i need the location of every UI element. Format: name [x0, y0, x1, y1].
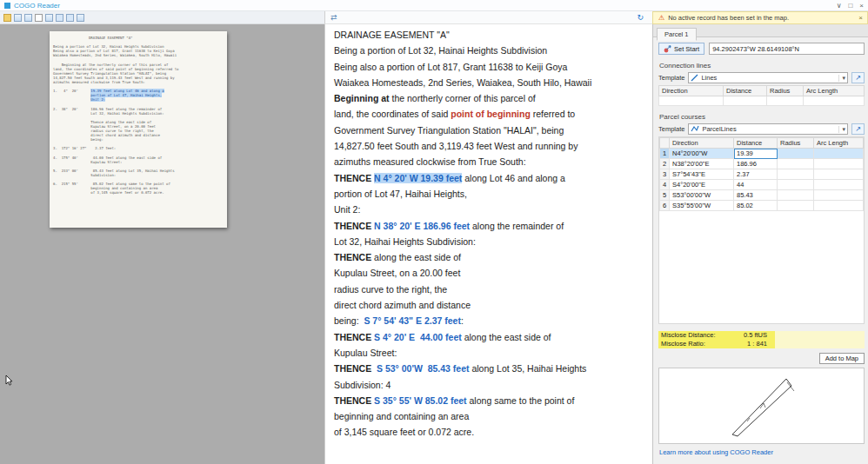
import-table-icon[interactable] [14, 14, 22, 22]
table-row[interactable]: 5S53°00'00"W85.43 [660, 190, 864, 201]
mail-icon[interactable] [35, 14, 43, 22]
table-cell[interactable] [814, 169, 864, 180]
table-cell[interactable]: N38°20'00"E [670, 159, 734, 169]
restore-icon[interactable]: □ [848, 2, 852, 10]
set-start-icon [664, 45, 671, 53]
connection-template-combo[interactable]: Lines ▾ [688, 72, 848, 83]
sync-icon[interactable]: ⇄ [331, 13, 337, 22]
table-cell[interactable]: 85.43 [734, 190, 778, 201]
chevron-down-icon[interactable]: ▾ [838, 75, 845, 82]
table-row[interactable]: 6S35°55'00"W85.02 [660, 201, 864, 211]
courses-template-combo[interactable]: ParcelLines ▾ [688, 123, 848, 135]
text-segment: azimuths measured clockwise from True So… [334, 156, 526, 167]
toolbar [0, 11, 324, 24]
table-row[interactable]: 3S7°54'43"E2.37 [660, 169, 864, 180]
collapse-icon[interactable]: ∨ [837, 2, 842, 10]
parcel-preview[interactable] [658, 368, 865, 444]
refresh-icon[interactable]: ↻ [637, 13, 644, 22]
table-cell[interactable]: S53°00'00"W [670, 190, 734, 201]
chevron-down-icon[interactable]: ▾ [838, 126, 845, 133]
column-header[interactable]: Direction [670, 138, 734, 149]
text-line: Unit 2: [334, 202, 645, 217]
scan-viewer[interactable]: DRAINAGE EASEMENT "A" Being a portion of… [0, 24, 324, 464]
row-number[interactable]: 3 [660, 169, 670, 180]
text-line: THENCE N 4° 20' W 19.39 feet along Lot 4… [334, 170, 645, 186]
row-number[interactable]: 2 [660, 159, 670, 169]
table-cell[interactable] [814, 180, 864, 190]
text-line: Kupulau Street: [334, 345, 645, 361]
table-icon[interactable] [45, 14, 53, 22]
table-cell[interactable]: 19.39 [734, 149, 778, 159]
table-cell[interactable] [814, 201, 864, 211]
table-cell[interactable]: 186.96 [734, 159, 778, 169]
column-header[interactable]: Radius [778, 138, 814, 149]
column-header[interactable]: Distance [734, 138, 778, 149]
tab-parcel-1[interactable]: Parcel 1 [657, 28, 697, 41]
table-cell[interactable]: 85.02 [734, 201, 778, 211]
text-segment: azimuths measured clockwise from True So… [53, 80, 145, 84]
column-header[interactable]: Direction [659, 86, 724, 96]
table-cell[interactable]: N4°20'00"W [670, 149, 734, 159]
text-segment: Waiakea Homesteads, 2nd Series, Waiakea,… [53, 53, 177, 57]
table-cell[interactable] [778, 201, 814, 211]
table-row[interactable]: 1N4°20'00"W19.39 [660, 149, 864, 159]
warning-close-icon[interactable]: × [858, 14, 863, 22]
pick-course-line-button[interactable]: ↗ [851, 123, 865, 135]
learn-more-link[interactable]: Learn more about using COGO Reader [659, 448, 865, 456]
close-icon[interactable]: × [859, 2, 864, 10]
save-icon[interactable] [66, 14, 74, 22]
text-line: Beginning at the northerly corner of thi… [334, 90, 645, 106]
add-to-map-button[interactable]: Add to Map [819, 353, 865, 364]
table-row[interactable]: 2N38°20'00"E186.96 [660, 159, 864, 169]
text-line: Subdivision: 4 [334, 377, 645, 393]
table-cell[interactable]: 44 [734, 180, 778, 190]
export-table-icon[interactable] [24, 14, 32, 22]
start-coordinates-field[interactable]: 94.2902473°W 28.6149108°N [709, 43, 865, 55]
row-number[interactable]: 1 [660, 149, 670, 159]
courses-table-area[interactable]: DirectionDistanceRadiusArc Length1N4°20'… [658, 136, 865, 324]
column-header[interactable]: Arc Length [814, 138, 864, 149]
text-segment: land, the coordinates of said [334, 109, 451, 119]
table-cell[interactable]: S4°20'00"E [670, 180, 734, 190]
add-table-icon[interactable] [56, 14, 63, 22]
parcel-sketch [659, 368, 865, 443]
table-cell[interactable] [778, 169, 814, 180]
text-line: radius curve to the right, the [334, 282, 645, 297]
text-segment: being: [334, 315, 364, 326]
text-segment: Lot 32, Haihai Heights Subdivision: [334, 236, 476, 247]
row-number[interactable]: 4 [660, 180, 670, 190]
table-cell[interactable] [804, 96, 865, 106]
set-start-label: Set Start [674, 45, 699, 53]
table-cell[interactable] [778, 159, 814, 169]
scanned-document[interactable]: DRAINAGE EASEMENT "A" Being a portion of… [50, 31, 227, 228]
table-cell[interactable]: S35°55'00"W [670, 201, 734, 211]
text-segment: Unit 2: [334, 204, 360, 215]
table-cell[interactable] [778, 190, 814, 201]
set-start-button[interactable]: Set Start [658, 43, 704, 55]
table-cell[interactable] [778, 180, 814, 190]
column-header[interactable]: Distance [724, 86, 767, 96]
table-cell[interactable]: 2.37 [734, 169, 778, 180]
table-cell[interactable] [814, 159, 864, 169]
transcript-pane[interactable]: DRAINAGE EASEMENT "A"Being a portion of … [324, 24, 652, 464]
layout-icon[interactable] [77, 14, 84, 22]
table-row[interactable] [659, 96, 865, 106]
table-cell[interactable]: S7°54'43"E [670, 169, 734, 180]
table-cell[interactable] [778, 149, 814, 159]
row-number[interactable]: 5 [660, 190, 670, 201]
table-cell[interactable] [659, 96, 724, 106]
table-row[interactable]: 4S4°20'00"E44 [660, 180, 864, 190]
open-folder-icon[interactable] [3, 14, 11, 22]
table-cell[interactable] [767, 96, 804, 106]
pick-connection-line-button[interactable]: ↗ [851, 72, 865, 83]
column-header[interactable]: Radius [767, 86, 804, 96]
column-header[interactable]: Arc Length [804, 86, 865, 96]
text-segment: along Lot 46 and along a [462, 173, 565, 183]
table-cell[interactable] [814, 149, 864, 159]
table-cell[interactable] [724, 96, 767, 106]
table-cell[interactable] [814, 190, 864, 201]
parcel-lines-icon [691, 125, 699, 133]
app-title: COGO Reader [14, 2, 60, 10]
table-header-row: DirectionDistanceRadiusArc Length [660, 138, 864, 149]
row-number[interactable]: 6 [660, 201, 670, 211]
